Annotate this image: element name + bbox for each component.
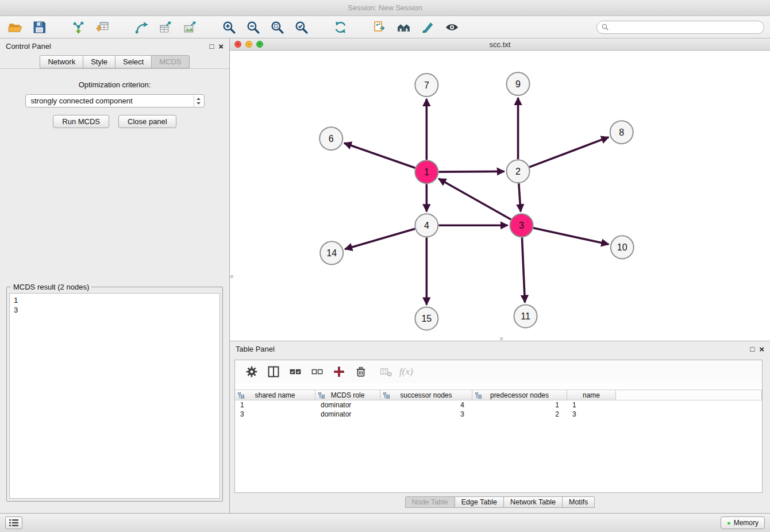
criterion-selected-value: strongly connected component	[31, 97, 133, 105]
show-columns-icon[interactable]	[265, 364, 282, 380]
graph-edge-2-3[interactable]	[519, 184, 521, 212]
panel-splitter-grip[interactable]: ≡	[230, 275, 234, 287]
graph-node-6[interactable]: 6	[319, 128, 342, 151]
table-panel-title: Table Panel	[236, 345, 275, 353]
svg-text:10: 10	[617, 242, 627, 252]
column-header-filler	[616, 390, 762, 400]
unselect-all-icon[interactable]	[309, 364, 326, 380]
search-icon	[602, 24, 609, 30]
column-header-shared-name[interactable]: shared name	[235, 390, 315, 400]
main-toolbar	[0, 16, 770, 38]
graph-edge-3-11[interactable]	[522, 238, 525, 303]
graph-edge-2-8[interactable]	[529, 137, 609, 167]
search-field[interactable]	[596, 21, 764, 34]
style-brush-icon[interactable]	[418, 18, 437, 36]
network-window: × − + scc.txt 7968124314101511 ≡ ≡	[230, 38, 770, 341]
svg-text:6: 6	[329, 134, 334, 144]
delete-icon[interactable]	[352, 364, 369, 380]
result-line: 1	[14, 295, 215, 305]
tab-network[interactable]: Network	[40, 55, 83, 68]
attribute-icon	[238, 392, 244, 399]
mcds-result-textarea[interactable]: 1 3	[9, 293, 220, 499]
tab-network-table[interactable]: Network Table	[503, 496, 563, 508]
graph-node-2[interactable]: 2	[507, 160, 530, 183]
import-network-icon[interactable]	[69, 18, 87, 36]
open-session-icon[interactable]	[6, 18, 24, 36]
close-panel-icon[interactable]: ×	[218, 42, 224, 51]
graph-node-14[interactable]: 14	[320, 242, 343, 265]
tab-motifs[interactable]: Motifs	[562, 496, 595, 508]
memory-button-label: Memory	[734, 519, 759, 527]
graph-node-1[interactable]: 1	[415, 161, 438, 184]
graph-node-15[interactable]: 15	[415, 307, 438, 330]
zoom-in-icon[interactable]	[220, 18, 238, 36]
tab-mcds[interactable]: MCDS	[151, 55, 189, 68]
float-panel-icon[interactable]: □	[209, 43, 214, 50]
birdseye-icon[interactable]	[394, 18, 413, 36]
add-column-icon[interactable]	[330, 364, 348, 380]
graph-edge-1-6[interactable]	[344, 144, 415, 168]
graph-node-11[interactable]: 11	[514, 305, 537, 328]
svg-text:1: 1	[424, 167, 429, 177]
network-canvas[interactable]: 7968124314101511	[230, 51, 770, 341]
eye-icon[interactable]	[442, 18, 461, 36]
graph-node-9[interactable]: 9	[507, 73, 530, 96]
export-image-icon[interactable]	[180, 18, 199, 36]
svg-text:2: 2	[515, 167, 521, 176]
window-close-icon[interactable]: ×	[234, 41, 241, 48]
window-minimize-icon[interactable]: −	[245, 41, 252, 48]
search-input[interactable]	[611, 23, 759, 31]
task-history-button[interactable]	[5, 516, 22, 529]
attribute-icon	[383, 392, 390, 399]
svg-text:11: 11	[521, 311, 530, 321]
column-header-successor-nodes[interactable]: successor nodes	[380, 390, 472, 400]
column-header-mcds-role[interactable]: MCDS role	[315, 390, 380, 400]
zoom-fit-icon[interactable]	[268, 18, 286, 36]
network-view[interactable]: 7968124314101511 ≡ ≡	[230, 51, 770, 341]
function-builder-icon[interactable]: f(x)	[399, 364, 413, 380]
column-header-name[interactable]: name	[567, 390, 616, 400]
graph-edge-3-1[interactable]	[438, 179, 511, 220]
select-all-icon[interactable]	[287, 364, 304, 380]
graph-node-10[interactable]: 10	[611, 236, 634, 259]
import-table-icon[interactable]	[93, 18, 111, 36]
memory-button[interactable]: ● Memory	[721, 516, 765, 529]
tab-select[interactable]: Select	[115, 55, 152, 68]
result-line: 3	[14, 305, 215, 315]
graph-node-4[interactable]: 4	[415, 214, 438, 237]
tab-node-table[interactable]: Node Table	[405, 496, 455, 508]
float-table-panel-icon[interactable]: □	[750, 345, 754, 353]
table-row[interactable]: 3 dominator 3 2 3	[235, 410, 762, 419]
window-maximize-icon[interactable]: +	[256, 41, 263, 48]
tab-style[interactable]: Style	[83, 55, 116, 68]
export-table-icon[interactable]	[156, 18, 175, 36]
delete-column-icon[interactable]	[378, 364, 395, 380]
export-network-icon[interactable]	[132, 18, 151, 36]
memory-status-icon: ●	[727, 520, 731, 526]
save-session-icon[interactable]	[30, 18, 48, 36]
graph-node-3[interactable]: 3	[510, 214, 533, 237]
svg-text:9: 9	[515, 79, 521, 89]
network-window-title: scc.txt	[230, 40, 770, 49]
copy-view-icon[interactable]	[370, 18, 388, 36]
graph-edge-1-2[interactable]	[438, 172, 504, 172]
gear-icon[interactable]	[243, 364, 260, 380]
criterion-select[interactable]: strongly connected component	[25, 94, 205, 107]
svg-text:7: 7	[424, 80, 429, 90]
graph-edge-3-10[interactable]	[533, 228, 609, 244]
refresh-icon[interactable]	[331, 18, 349, 36]
table-row[interactable]: 1 dominator 4 1 1	[235, 400, 762, 410]
column-header-predecessor-nodes[interactable]: predecessor nodes	[472, 390, 567, 400]
attribute-icon	[475, 392, 482, 399]
close-table-panel-icon[interactable]: ×	[759, 345, 764, 353]
table-splitter-grip[interactable]: ≡	[500, 336, 503, 342]
mcds-result-title: MCDS result (2 nodes)	[11, 283, 91, 291]
zoom-out-icon[interactable]	[244, 18, 262, 36]
graph-edge-4-14[interactable]	[345, 229, 415, 249]
graph-node-7[interactable]: 7	[415, 74, 438, 97]
close-panel-button[interactable]: Close panel	[118, 115, 176, 128]
zoom-selected-icon[interactable]	[292, 18, 310, 36]
tab-edge-table[interactable]: Edge Table	[455, 496, 504, 508]
run-mcds-button[interactable]: Run MCDS	[53, 115, 109, 128]
graph-node-8[interactable]: 8	[610, 121, 633, 144]
